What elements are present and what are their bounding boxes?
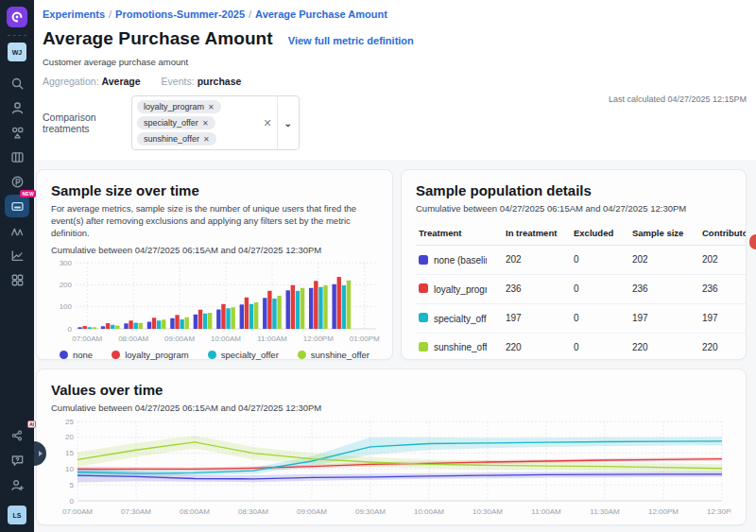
legend-item: none [60,350,93,360]
values-over-time-card: Values over time Cumulative between 04/2… [36,369,747,525]
main-content: Experiments/Promotions-Summer-2025/Avera… [34,0,756,532]
table-cell: 220 [503,333,571,360]
metrics-chart-icon[interactable] [4,243,30,267]
user-avatar[interactable]: LS [8,506,26,524]
legend-item: loyalty_program [112,350,189,360]
treatment-chip[interactable]: loyalty_program✕ [137,100,221,113]
new-badge: NEW [20,190,36,197]
table-header: Sample size [629,222,699,246]
breadcrumb-separator: / [109,9,112,20]
events-label: Events: [162,76,195,87]
legend-label: loyalty_program [125,350,189,360]
ai-assistant-icon[interactable]: AI [4,423,30,448]
ai-badge: AI [27,420,36,428]
chip-remove-icon[interactable]: ✕ [202,119,209,128]
table-cell: 0 [571,246,629,275]
population-details-card: Sample population details Cumulative bet… [401,169,747,360]
app-window: WJ NEW AI [0,0,756,532]
apps-grid-icon[interactable] [4,267,30,292]
svg-text:08:00AM: 08:00AM [180,507,210,516]
page-title: Average Purchase Amount [43,28,273,49]
feature-gates-icon[interactable] [4,120,30,145]
svg-text:10:00AM: 10:00AM [414,507,444,516]
events-value: purchase [198,76,242,87]
users-icon[interactable] [4,95,30,120]
search-icon[interactable] [4,71,30,95]
chevron-down-icon[interactable]: ⌄ [277,96,299,149]
breadcrumb: Experiments/Promotions-Summer-2025/Avera… [43,9,747,20]
feedback-tab[interactable] [749,234,756,249]
table-header: Excluded [571,222,629,246]
table-cell: 202 [699,246,747,275]
table-cell: 0 [571,274,629,303]
breadcrumb-item[interactable]: Experiments [43,9,105,20]
legend-item: specialty_offer [208,350,279,360]
sidebar: WJ NEW AI [0,0,34,532]
sample-size-card: Sample size over time For average metric… [36,169,393,360]
table-header: Treatment [416,222,503,246]
treatment-color-swatch [419,342,428,352]
svg-text:01:00PM: 01:00PM [350,335,380,343]
table-row: specialty_offer1970197197 [416,303,747,333]
breadcrumb-item[interactable]: Promotions-Summer-2025 [115,9,245,20]
legend-label: specialty_offer [221,350,279,360]
legend-label: sunshine_offer [311,350,369,360]
svg-text:0: 0 [70,497,75,506]
workspace-avatar[interactable]: WJ [8,43,26,61]
clear-all-icon[interactable]: ✕ [258,96,276,149]
sample-size-cumulative: Cumulative between 04/27/2025 06:15AM an… [51,245,378,255]
svg-text:25: 25 [65,418,74,426]
treatments-multiselect[interactable]: loyalty_program✕specialty_offer✕sunshine… [131,95,300,150]
statsig-logo-icon[interactable] [7,7,27,27]
aggregation-row: Aggregation:AverageEvents:purchase [43,76,747,87]
treatment-name: none (baseline) [434,255,487,266]
population-title: Sample population details [416,182,731,198]
table-row: loyalty_program2360236236 [416,274,747,303]
experiments-icon[interactable] [4,218,30,243]
svg-text:12:00PM: 12:00PM [303,335,334,343]
svg-text:11:30AM: 11:30AM [590,507,620,516]
datasets-columns-icon[interactable] [4,145,30,169]
svg-text:12:30PM: 12:30PM [707,507,731,516]
svg-text:12:00PM: 12:00PM [648,507,679,516]
table-row: sunshine_offer2200220220 [416,333,747,360]
treatment-chip[interactable]: specialty_offer✕ [137,116,215,129]
chip-remove-icon[interactable]: ✕ [203,135,210,144]
svg-text:09:00AM: 09:00AM [297,507,327,516]
svg-text:09:30AM: 09:30AM [355,507,386,516]
svg-text:08:30AM: 08:30AM [238,507,268,516]
svg-text:07:00AM: 07:00AM [62,507,93,516]
table-cell: 0 [571,333,629,360]
legend-label: none [73,350,93,360]
treatment-chips: loyalty_program✕specialty_offer✕sunshine… [132,96,258,149]
values-cumulative: Cumulative between 04/27/2025 06:15AM an… [51,403,731,413]
svg-text:200: 200 [60,281,73,289]
breadcrumb-item[interactable]: Average Purchase Amount [255,9,387,20]
treatment-color-swatch [419,313,428,322]
treatment-color-swatch [419,255,428,265]
sample-size-title: Sample size over time [51,182,378,198]
legend-dot [298,351,306,359]
aggregation-value: Average [102,76,141,87]
metric-subtitle: Customer average purchase amount [43,57,747,67]
treatment-chip[interactable]: sunshine_offer✕ [137,132,216,146]
sidebar-item-metrics-console-selected[interactable]: NEW [5,195,29,217]
treatment-name: loyalty_program [434,284,487,295]
view-metric-definition-link[interactable]: View full metric definition [288,35,414,46]
legend-dot [60,351,68,359]
table-cell: 197 [629,303,699,333]
population-cumulative: Cumulative between 04/27/2025 06:15AM an… [416,203,731,214]
sample-size-bar-chart: 010020030007:00AM08:00AM09:00AM10:00AM11… [51,255,380,348]
table-cell: 202 [629,246,699,275]
chip-remove-icon[interactable]: ✕ [208,103,215,112]
table-cell: 0 [571,303,629,333]
svg-text:300: 300 [60,259,73,267]
support-chat-icon[interactable] [4,448,30,472]
table-header: In treatment [503,222,571,246]
invite-user-icon[interactable] [4,472,30,497]
svg-text:08:00AM: 08:00AM [118,335,148,343]
svg-text:09:00AM: 09:00AM [164,335,195,343]
comparison-treatments-label: Comparison treatments [43,112,126,134]
table-cell: 197 [699,303,747,333]
values-title: Values over time [51,382,731,398]
